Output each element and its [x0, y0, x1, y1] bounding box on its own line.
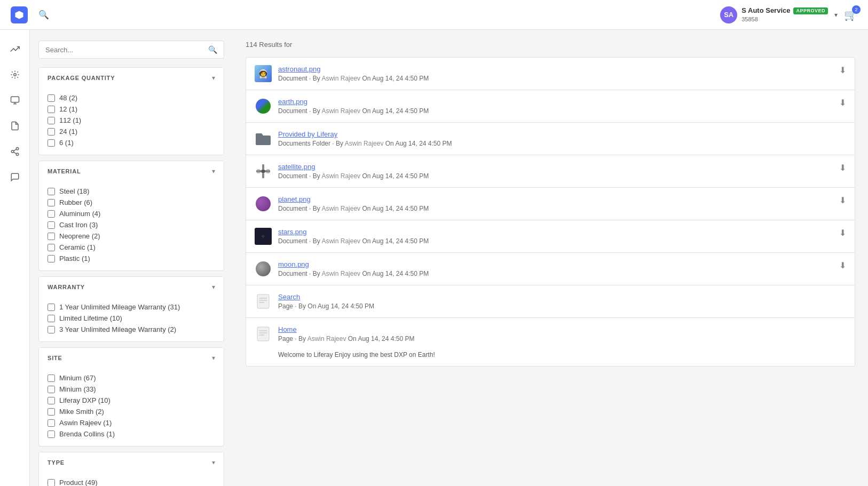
filter-package-quantity-header[interactable]: PACKAGE QUANTITY ▾: [39, 68, 224, 88]
filter-item[interactable]: Aswin Rajeev (1): [48, 417, 215, 428]
result-content: Search Page · By On Aug 14, 24 4:50 PM: [278, 293, 846, 310]
filter-checkbox[interactable]: [48, 408, 55, 416]
filter-checkbox[interactable]: [48, 233, 55, 240]
sidebar: [0, 30, 30, 486]
user-badge[interactable]: SA S Auto Service APPROVED 35858: [720, 6, 828, 23]
filter-item[interactable]: 12 (1): [48, 103, 215, 115]
result-title-astronaut[interactable]: astronaut.png: [278, 65, 833, 73]
svg-line-8: [13, 152, 16, 154]
filter-type: TYPE ▾ Product (49) Document (27) Page (…: [38, 452, 224, 486]
result-title-search[interactable]: Search: [278, 293, 846, 301]
filter-item[interactable]: Ceramic (1): [48, 242, 215, 253]
result-title-planet[interactable]: planet.png: [278, 195, 833, 203]
filter-material-header[interactable]: MATERIAL ▾: [39, 161, 224, 181]
search-submit-icon[interactable]: 🔍: [208, 45, 217, 54]
result-title-home[interactable]: Home: [278, 325, 846, 333]
filter-checkbox[interactable]: [48, 255, 55, 262]
header-right: SA S Auto Service APPROVED 35858 ▾ 🛒 2: [720, 6, 857, 23]
filter-checkbox[interactable]: [48, 419, 55, 427]
filter-site-title: SITE: [48, 355, 62, 361]
filter-item[interactable]: Mike Smith (2): [48, 406, 215, 417]
filter-site-header[interactable]: SITE ▾: [39, 348, 224, 368]
filter-item[interactable]: Neoprene (2): [48, 230, 215, 242]
filter-item[interactable]: 3 Year Unlimited Mileage Warranty (2): [48, 324, 215, 335]
filter-item[interactable]: Plastic (1): [48, 253, 215, 264]
header-search-icon[interactable]: 🔍: [38, 10, 49, 20]
result-meta: Page · By On Aug 14, 24 4:50 PM: [278, 302, 846, 310]
filter-item[interactable]: Minium (33): [48, 384, 215, 395]
filter-item[interactable]: Rubber (6): [48, 197, 215, 208]
result-description: Welcome to Liferay Enjoy using the best …: [255, 351, 435, 358]
download-icon[interactable]: ⬇: [839, 65, 846, 75]
download-icon[interactable]: ⬇: [839, 228, 846, 238]
download-icon[interactable]: ⬇: [839, 260, 846, 270]
filter-item[interactable]: 48 (2): [48, 92, 215, 103]
results-list: 🧑‍🚀 astronaut.png Document · By Aswin Ra…: [246, 57, 855, 367]
filter-item[interactable]: Steel (18): [48, 186, 215, 197]
filter-item[interactable]: Product (49): [48, 477, 215, 486]
search-input[interactable]: [45, 46, 208, 54]
filter-checkbox[interactable]: [48, 479, 55, 487]
result-content: moon.png Document · By Aswin Rajeev On A…: [278, 260, 833, 277]
filter-item[interactable]: Brenda Collins (1): [48, 428, 215, 440]
filter-checkbox[interactable]: [48, 199, 55, 206]
filter-item[interactable]: 24 (1): [48, 126, 215, 137]
filter-label: 48 (2): [59, 94, 77, 102]
filter-checkbox[interactable]: [48, 397, 55, 404]
sidebar-item-analytics[interactable]: [4, 38, 26, 60]
filter-type-header[interactable]: TYPE ▾: [39, 452, 224, 473]
filter-item[interactable]: Liferay DXP (10): [48, 395, 215, 406]
filter-package-quantity-title: PACKAGE QUANTITY: [48, 75, 115, 81]
filter-checkbox[interactable]: [48, 304, 55, 311]
filter-checkbox[interactable]: [48, 326, 55, 333]
download-icon[interactable]: ⬇: [839, 163, 846, 173]
filter-material: MATERIAL ▾ Steel (18) Rubber (6) Aluminu…: [38, 161, 224, 271]
filter-checkbox[interactable]: [48, 188, 55, 195]
filter-warranty-header[interactable]: WARRANTY ▾: [39, 277, 224, 297]
download-icon[interactable]: ⬇: [839, 195, 846, 205]
logo[interactable]: [11, 6, 28, 23]
result-title-satellite[interactable]: satellite.png: [278, 163, 833, 171]
filter-item[interactable]: Minium (67): [48, 372, 215, 384]
result-thumbnail-earth: [255, 98, 272, 115]
user-info: S Auto Service APPROVED 35858: [741, 6, 828, 23]
filter-checkbox[interactable]: [48, 386, 55, 393]
sidebar-item-documents[interactable]: [4, 115, 26, 137]
cart-button[interactable]: 🛒 2: [844, 9, 857, 21]
user-dropdown-chevron[interactable]: ▾: [834, 11, 838, 19]
filter-item[interactable]: 112 (1): [48, 115, 215, 126]
filter-checkbox[interactable]: [48, 117, 55, 124]
filter-item[interactable]: 6 (1): [48, 137, 215, 148]
filter-checkbox[interactable]: [48, 106, 55, 113]
sidebar-item-chat[interactable]: [4, 166, 26, 188]
result-item: earth.png Document · By Aswin Rajeev On …: [246, 90, 855, 122]
filter-item[interactable]: 1 Year Unlimited Mileage Warranty (31): [48, 301, 215, 313]
filter-checkbox[interactable]: [48, 221, 55, 229]
filter-checkbox[interactable]: [48, 315, 55, 322]
filter-checkbox[interactable]: [48, 94, 55, 102]
result-content: Provided by Liferay Documents Folder · B…: [278, 130, 846, 147]
filter-checkbox[interactable]: [48, 128, 55, 136]
filter-checkbox[interactable]: [48, 244, 55, 251]
filter-checkbox[interactable]: [48, 139, 55, 147]
filter-checkbox[interactable]: [48, 431, 55, 438]
filter-warranty-chevron: ▾: [212, 283, 215, 291]
result-item: moon.png Document · By Aswin Rajeev On A…: [246, 252, 855, 285]
sidebar-item-parts[interactable]: [4, 64, 26, 85]
filter-warranty-body: 1 Year Unlimited Mileage Warranty (31) L…: [39, 297, 224, 341]
sidebar-item-integrations[interactable]: [4, 141, 26, 162]
result-meta: Document · By Aswin Rajeev On Aug 14, 24…: [278, 107, 833, 115]
result-title-stars[interactable]: stars.png: [278, 228, 833, 236]
filter-item[interactable]: Cast Iron (3): [48, 219, 215, 230]
filter-item[interactable]: Limited Lifetime (10): [48, 313, 215, 324]
result-title-earth[interactable]: earth.png: [278, 98, 833, 106]
download-icon[interactable]: ⬇: [839, 98, 846, 108]
filter-checkbox[interactable]: [48, 210, 55, 218]
sidebar-item-orders[interactable]: [4, 90, 26, 111]
result-title-liferay-folder[interactable]: Provided by Liferay: [278, 130, 846, 138]
svg-point-7: [16, 153, 19, 156]
result-title-moon[interactable]: moon.png: [278, 260, 833, 268]
filter-item[interactable]: Aluminum (4): [48, 208, 215, 219]
filter-checkbox[interactable]: [48, 375, 55, 382]
filter-label: 112 (1): [59, 116, 81, 124]
